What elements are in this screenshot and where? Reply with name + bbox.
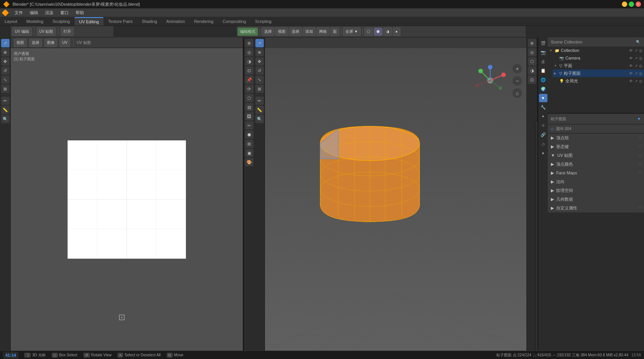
uv-right-gizmo[interactable]: ⊡: [245, 66, 253, 75]
uv-right-show-mod[interactable]: ▤: [245, 103, 253, 111]
view-gizmo[interactable]: [473, 63, 507, 98]
uv-right-pin[interactable]: 📌: [245, 76, 253, 84]
tab-animation[interactable]: Animation: [162, 18, 190, 25]
tab-scripting[interactable]: Scripting: [250, 18, 276, 25]
outliner-item-collection[interactable]: ▼ 📁 Collection 👁 ↗ ◎: [548, 47, 644, 54]
uv-right-proportional[interactable]: ◎: [245, 48, 253, 56]
uv-tool-measure[interactable]: 📏: [1, 106, 10, 114]
uv-right-paint[interactable]: 🎨: [245, 158, 253, 166]
tab-rendering[interactable]: Rendering: [189, 18, 218, 25]
outliner-item-plane[interactable]: ▼ ▽ 平面 👁 ↗ ◎: [552, 62, 644, 69]
vp-tool-cursor[interactable]: ⊕: [255, 48, 264, 56]
toolbar-select[interactable]: 选择: [261, 27, 274, 36]
uv-tool-select[interactable]: ↗: [1, 39, 10, 47]
prop-icon-data[interactable]: ◇: [539, 140, 547, 148]
minimize-button[interactable]: ─: [622, 2, 627, 7]
menu-help[interactable]: 帮助: [73, 9, 87, 16]
toolbar-全屏[interactable]: 全屏 ▼: [343, 27, 361, 36]
outliner-item-particle[interactable]: ▶ ▽ 粒子图面 👁 ↗ ◎: [552, 69, 644, 77]
uv-tool-cursor[interactable]: ⊕: [1, 48, 10, 56]
vp-right-2[interactable]: ◎: [528, 48, 536, 56]
outliner-item-light[interactable]: 💡 全局光 👁 ↗ ◎: [552, 77, 644, 85]
prop-icon-render[interactable]: 📷: [539, 48, 547, 56]
vp-right-4[interactable]: ◑: [528, 66, 536, 75]
menu-edit[interactable]: 编辑: [27, 9, 41, 16]
vp-tool-measure[interactable]: 📏: [255, 106, 264, 114]
tab-modeling[interactable]: Modeling: [22, 18, 48, 25]
nav-zoom-in[interactable]: +: [512, 63, 523, 74]
shading-material[interactable]: ◑: [383, 27, 392, 36]
uv-right-multi[interactable]: ⊞: [245, 140, 253, 148]
uv-uv-menu[interactable]: UV: [60, 39, 70, 47]
uv-tool-rotate[interactable]: ↺: [1, 66, 10, 75]
uv-tool-transform[interactable]: ⊞: [1, 85, 10, 93]
section-header-texture-space[interactable]: ▶ 纹理空间: [548, 186, 644, 195]
uv-right-render[interactable]: ▣: [245, 149, 253, 157]
prop-icon-scene2[interactable]: 🌐: [539, 76, 547, 84]
prop-icon-modifier[interactable]: 🔧: [539, 103, 547, 111]
vp-tool-transform[interactable]: ⊞: [255, 85, 264, 93]
menu-render[interactable]: 渲染: [42, 9, 56, 16]
tab-compositing[interactable]: Compositing: [218, 18, 250, 25]
uv-right-overlay[interactable]: ◑: [245, 57, 253, 66]
toolbar-uv-map[interactable]: UV 贴图: [37, 27, 56, 36]
nav-home[interactable]: ⌂: [512, 88, 523, 98]
uv-right-island[interactable]: ⬢: [245, 130, 253, 139]
nav-zoom-out[interactable]: −: [512, 76, 523, 86]
outliner-filter[interactable]: 🔍: [635, 39, 641, 45]
uv-tool-scale[interactable]: ⤡: [1, 76, 10, 84]
tab-texture-paint[interactable]: Texture Paint: [103, 18, 137, 25]
toolbar-face[interactable]: 面: [330, 27, 339, 36]
uv-view-menu[interactable]: 视图: [14, 39, 27, 47]
uv-right-seam[interactable]: ✂: [245, 121, 253, 130]
prop-icon-output[interactable]: 🖨: [539, 57, 547, 66]
uv-right-snap[interactable]: ⊛: [245, 39, 253, 47]
uv-select-menu[interactable]: 选择: [29, 39, 42, 47]
viewport-mode-edit[interactable]: 编辑模式: [237, 27, 258, 36]
prop-icon-scene[interactable]: 🎬: [539, 39, 547, 47]
section-header-geometry-data[interactable]: ▶ 几何数据: [548, 195, 644, 203]
vp-right-3[interactable]: ⬡: [528, 57, 536, 66]
section-header-vertex-colors[interactable]: ▶ 顶点颜色 +: [548, 160, 644, 168]
prop-icon-particles[interactable]: ✦: [539, 112, 547, 121]
uv-tool-move[interactable]: ✥: [1, 57, 10, 66]
menu-window[interactable]: 窗口: [57, 9, 72, 16]
uv-canvas[interactable]: + 用户透视 (1) 粒子图面: [11, 48, 243, 351]
uv-tool-zoom[interactable]: 🔍: [1, 115, 10, 123]
section-header-custom-props[interactable]: ▶ 自定义属性 +: [548, 204, 644, 212]
toolbar-mesh[interactable]: 网格: [316, 27, 329, 36]
prop-icon-constraints[interactable]: 🔗: [539, 130, 547, 139]
vp-tool-scale[interactable]: ⤡: [255, 76, 264, 84]
tab-layout[interactable]: Layout: [0, 18, 22, 25]
section-header-uv-maps[interactable]: ▼ UV 贴图 +: [548, 151, 644, 159]
tab-sculpting[interactable]: Sculpting: [48, 18, 74, 25]
vp-tool-move[interactable]: ✥: [255, 57, 264, 66]
prop-icon-object[interactable]: ▼: [539, 94, 547, 102]
section-header-shape-keys[interactable]: ▶ 形态键 +: [548, 142, 644, 151]
viewport-canvas[interactable]: + − ⌂: [265, 48, 526, 351]
prop-icon-view-layer[interactable]: 📋: [539, 66, 547, 75]
prop-icon-material[interactable]: ●: [539, 149, 547, 157]
section-header-normals[interactable]: ▶ 法向: [548, 177, 644, 186]
tab-uv-editing[interactable]: UV Editing: [74, 17, 103, 26]
uv-right-image[interactable]: 🖼: [245, 112, 253, 121]
section-header-face-maps[interactable]: ▶ Face Maps +: [548, 169, 644, 177]
toolbar-mode-uv[interactable]: UV 编辑: [12, 27, 32, 36]
uv-right-stretch[interactable]: ⬡: [245, 94, 253, 102]
maximize-button[interactable]: □: [629, 2, 634, 7]
vp-right-5[interactable]: ⊡: [528, 76, 536, 84]
menu-file[interactable]: 文件: [11, 9, 26, 16]
prop-icon-physics[interactable]: ⚛: [539, 121, 547, 130]
toolbar-view[interactable]: 视图: [275, 27, 288, 36]
vp-tool-rotate[interactable]: ↺: [255, 66, 264, 75]
outliner-item-camera[interactable]: 📷 Camera 👁 ↗ ◎: [552, 54, 644, 62]
shading-solid[interactable]: ⬟: [374, 27, 383, 36]
toolbar-select2[interactable]: 选择: [289, 27, 302, 36]
section-header-vertex-groups[interactable]: ▶ 顶点组 +: [548, 134, 644, 142]
uv-image-menu[interactable]: 图像: [44, 39, 57, 47]
uv-tool-annotate[interactable]: ✏: [1, 97, 10, 105]
prop-icon-world[interactable]: 🌍: [539, 85, 547, 93]
vp-tool-select[interactable]: ↗: [255, 39, 264, 47]
toolbar-add[interactable]: 添加: [303, 27, 316, 36]
shading-wire[interactable]: ⬡: [364, 27, 373, 36]
